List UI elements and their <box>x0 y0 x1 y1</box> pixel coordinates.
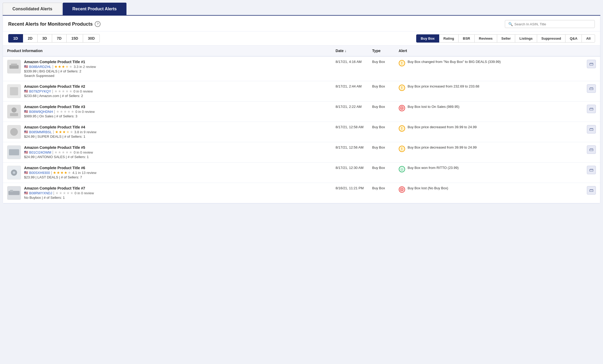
table-row: Amazon Complete Product Title #5 🇺🇸 B01C… <box>3 142 600 163</box>
alert-cell-6: ☺ Buy Box won from RITTO (23.99) <box>395 163 583 183</box>
flag-icon-3: 🇺🇸 <box>24 110 28 113</box>
date-filter-1d[interactable]: 1D <box>8 34 23 43</box>
product-title-5: Amazon Complete Product Title #5 <box>24 145 93 150</box>
date-filter-30d[interactable]: 30D <box>83 34 100 43</box>
archive-button-6[interactable]: 🗃 <box>587 166 596 174</box>
card-header-left: Recent Alerts for Monitored Products ? <box>8 21 101 27</box>
product-stars-5: ★★★★★ <box>54 150 72 154</box>
product-cell-1: Amazon Complete Product Title #1 🇺🇸 B08B… <box>3 56 331 81</box>
product-image-2 <box>7 84 21 98</box>
product-cell-5: Amazon Complete Product Title #5 🇺🇸 B01C… <box>3 142 331 163</box>
product-meta-4: $24.99 | SUPER DEALS | # of Sellers: 1 <box>24 135 96 139</box>
archive-button-5[interactable]: 🗃 <box>587 145 596 154</box>
product-title-1: Amazon Complete Product Title #1 <box>24 60 96 64</box>
date-cell-6: 8/17/21, 12:30 AM <box>331 163 368 183</box>
col-date: Date ↓ <box>331 45 368 56</box>
product-asin-6[interactable]: B00SXH9300 <box>29 171 50 175</box>
product-title-6: Amazon Complete Product Title #6 <box>24 166 96 170</box>
alert-warning-icon: ! <box>399 60 405 66</box>
product-cell-2: Amazon Complete Product Title #2 🇺🇸 B079… <box>3 81 331 102</box>
table-row: Amazon Complete Product Title #1 🇺🇸 B08B… <box>3 56 600 81</box>
product-meta-3: $989.95 | On Sales | # of Sellers: 3 <box>24 114 95 118</box>
search-input[interactable] <box>514 22 591 26</box>
date-filter-7d[interactable]: 7D <box>52 34 67 43</box>
page-title: Recent Alerts for Monitored Products <box>8 21 93 27</box>
date-cell-7: 8/16/21, 11:21 PM <box>331 183 368 203</box>
svg-rect-2 <box>11 63 17 66</box>
product-stars-2: ★★★★★ <box>54 89 72 93</box>
alert-warning-icon: ! <box>399 85 405 91</box>
flag-icon-7: 🇺🇸 <box>24 191 28 195</box>
product-reviews-3: 0 in 0 review <box>75 110 95 114</box>
product-reviews-5: 0 in 0 review <box>74 150 93 154</box>
product-info-2: Amazon Complete Product Title #2 🇺🇸 B079… <box>24 84 93 98</box>
archive-button-3[interactable]: 🗃 <box>587 105 596 113</box>
alert-text-3: Buy Box lost to On Sales (989.95) <box>408 105 460 109</box>
product-reviews-4: 3.8 in 9 review <box>74 130 97 134</box>
alert-text-5: Buy Box price decreased from 39.99 to 24… <box>408 145 477 149</box>
archive-button-4[interactable]: 🗃 <box>587 125 596 133</box>
action-cell-6: 🗃 <box>583 163 600 183</box>
date-filter-15d[interactable]: 15D <box>66 34 83 43</box>
suppressed-label: Search Suppressed <box>24 74 96 78</box>
product-asin-5[interactable]: B01CI24OWM <box>29 150 51 154</box>
action-cell-4: 🗃 <box>583 122 600 142</box>
date-cell-3: 8/17/21, 2:22 AM <box>331 102 368 122</box>
type-filter-qa[interactable]: Q&A <box>565 34 582 43</box>
tab-recent-product-alerts[interactable]: Recent Product Alerts <box>63 3 126 15</box>
type-cell-6: Buy Box <box>368 163 395 183</box>
type-filter-bsr[interactable]: BSR <box>458 34 474 43</box>
table-row: Amazon Complete Product Title #2 🇺🇸 B079… <box>3 81 600 102</box>
product-image-3 <box>7 105 21 118</box>
product-reviews-7: 0 in 0 review <box>75 191 94 195</box>
product-meta-7: No Buybox | # of Sellers: 1 <box>24 196 94 200</box>
product-asin-3[interactable]: B08W9QHDNH <box>29 110 53 114</box>
help-icon[interactable]: ? <box>95 21 101 27</box>
product-cell-4: Amazon Complete Product Title #4 🇺🇸 B085… <box>3 122 331 142</box>
type-filter-listings[interactable]: Listings <box>515 34 537 43</box>
product-asin-7[interactable]: B08RWYXNDJ <box>29 191 52 195</box>
type-filter-buybox[interactable]: Buy Box <box>416 34 439 43</box>
flag-icon-1: 🇺🇸 <box>24 65 28 68</box>
alert-warning-icon: ! <box>399 146 405 152</box>
type-filter-suppressed[interactable]: Suppressed <box>537 34 565 43</box>
action-cell-1: 🗃 <box>583 56 600 81</box>
alert-text-6: Buy Box won from RITTO (23.99) <box>408 166 459 170</box>
product-cell-3: Amazon Complete Product Title #3 🇺🇸 B08W… <box>3 102 331 122</box>
alert-text-1: Buy Box changed from "No Buy Box" to BIG… <box>408 60 501 64</box>
product-asin-4[interactable]: B085MMRBSL <box>29 130 52 134</box>
alert-text-4: Buy Box price decreased from 39.99 to 24… <box>408 125 477 129</box>
type-filter-rating[interactable]: Rating <box>439 34 459 43</box>
top-tabs: Consolidated Alerts Recent Product Alert… <box>3 3 600 16</box>
search-icon: 🔍 <box>508 22 513 26</box>
product-info-7: Amazon Complete Product Title #7 🇺🇸 B08R… <box>24 186 94 200</box>
tab-consolidated[interactable]: Consolidated Alerts <box>3 3 62 15</box>
type-filter-reviews[interactable]: Reviews <box>474 34 497 43</box>
date-filter-2d[interactable]: 2D <box>23 34 38 43</box>
type-filter-group: Buy Box Rating BSR Reviews Seller Listin… <box>416 34 595 43</box>
type-cell-7: Buy Box <box>368 183 395 203</box>
product-info-6: Amazon Complete Product Title #6 🇺🇸 B00S… <box>24 166 96 179</box>
main-card: Recent Alerts for Monitored Products ? 🔍… <box>3 16 600 204</box>
search-box: 🔍 <box>505 20 595 28</box>
product-stars-7: ★★★★★ <box>55 191 74 195</box>
product-cell-7: Amazon Complete Product Title #7 🇺🇸 B08R… <box>3 183 331 203</box>
product-stars-3: ★★★★★ <box>56 109 74 114</box>
alert-danger-icon: ☹ <box>399 105 405 111</box>
type-cell-5: Buy Box <box>368 142 395 163</box>
col-action <box>583 45 600 56</box>
flag-icon-2: 🇺🇸 <box>24 89 28 93</box>
date-filter-3d[interactable]: 3D <box>37 34 52 43</box>
type-cell-3: Buy Box <box>368 102 395 122</box>
archive-button-1[interactable]: 🗃 <box>587 60 596 68</box>
archive-button-2[interactable]: 🗃 <box>587 84 596 93</box>
type-filter-all[interactable]: All <box>582 34 595 43</box>
product-image-1 <box>7 60 21 73</box>
product-asin-2[interactable]: B079ZPYKQY <box>29 89 51 93</box>
product-asin-1[interactable]: B08BARDZHL <box>29 65 51 69</box>
app-wrapper: Consolidated Alerts Recent Product Alert… <box>0 0 603 364</box>
type-filter-seller[interactable]: Seller <box>497 34 515 43</box>
svg-rect-4 <box>10 87 18 95</box>
archive-button-7[interactable]: 🗃 <box>587 186 596 195</box>
flag-icon-6: 🇺🇸 <box>24 171 28 174</box>
